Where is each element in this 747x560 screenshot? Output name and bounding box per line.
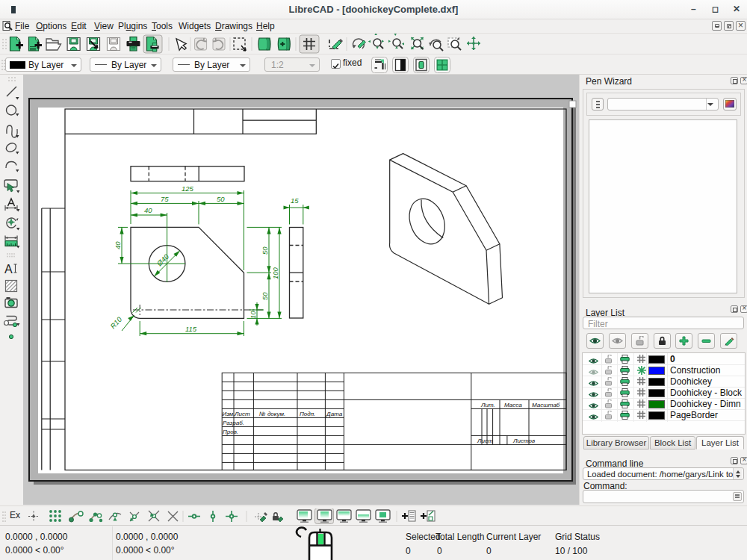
svg-text:40: 40 xyxy=(144,206,152,214)
svg-text:Масштаб: Масштаб xyxy=(532,402,560,408)
svg-text:Пров.: Пров. xyxy=(223,429,238,435)
svg-text:Подп.: Подп. xyxy=(300,411,315,417)
svg-text:Изм.: Изм. xyxy=(223,411,235,417)
svg-text:100: 100 xyxy=(271,267,279,279)
svg-text:Разраб.: Разраб. xyxy=(223,420,244,426)
svg-text:10: 10 xyxy=(249,311,257,319)
svg-text:50: 50 xyxy=(261,246,269,255)
svg-text:50: 50 xyxy=(217,195,225,203)
svg-text:125: 125 xyxy=(182,184,194,193)
svg-text:№ докум.: № докум. xyxy=(259,411,285,417)
svg-text:40: 40 xyxy=(114,241,122,249)
svg-text:Листов: Листов xyxy=(512,438,535,444)
svg-text:Лист: Лист xyxy=(234,411,250,417)
svg-text:115: 115 xyxy=(185,325,197,333)
svg-text:Масса: Масса xyxy=(504,402,522,408)
svg-text:Лист: Лист xyxy=(477,438,493,444)
svg-text:Лит.: Лит. xyxy=(480,402,495,408)
svg-text:Дата: Дата xyxy=(326,411,343,417)
svg-text:75: 75 xyxy=(161,195,169,203)
svg-text:50: 50 xyxy=(261,292,269,300)
svg-text:A: A xyxy=(4,263,13,276)
svg-text:15: 15 xyxy=(291,196,299,205)
